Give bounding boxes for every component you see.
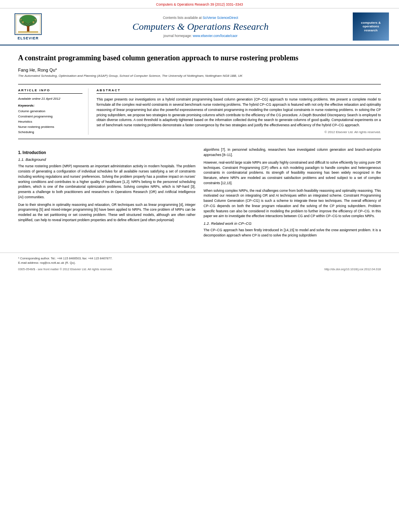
elsevier-logo-area: ELSEVIER bbox=[8, 13, 48, 40]
svg-point-10 bbox=[22, 21, 24, 23]
abstract-panel: ABSTRACT This paper presents our investi… bbox=[97, 88, 381, 135]
affiliation: The Automated Scheduling, Optimisation a… bbox=[18, 74, 381, 78]
body-para-right-2: However, real-world large scale NRPs are… bbox=[204, 160, 381, 186]
svg-point-13 bbox=[35, 19, 36, 20]
authors-line: Fang He, Rong Qu* bbox=[18, 68, 381, 72]
article-content: A constraint programming based column ge… bbox=[0, 45, 399, 249]
keyword-5: Scheduling bbox=[18, 130, 82, 135]
thumbnail-title-line1: computers & bbox=[361, 21, 381, 25]
keyword-4: Nurse rostering problems bbox=[18, 125, 82, 130]
available-online: Available online 21 April 2012 bbox=[18, 97, 82, 101]
body-right-column: algorithms [7]. In personnel scheduling,… bbox=[204, 147, 381, 240]
thumbnail-title-line3: research bbox=[364, 29, 377, 33]
article-info-panel: ARTICLE INFO Available online 21 April 2… bbox=[18, 88, 88, 135]
svg-point-11 bbox=[33, 21, 34, 23]
footer-right: http://dx.doi.org/10.1016/j.cor.2012.04.… bbox=[324, 267, 381, 271]
article-info-title: ARTICLE INFO bbox=[18, 88, 82, 94]
keywords-list: Column generation Constraint programming… bbox=[18, 109, 82, 135]
article-title: A constraint programming based column ge… bbox=[18, 53, 381, 63]
elsevier-wordmark: ELSEVIER bbox=[18, 36, 39, 40]
keywords-label: Keywords: bbox=[18, 104, 82, 107]
copyright-line: © 2012 Elsevier Ltd. All rights reserved… bbox=[97, 130, 381, 134]
footnote-1: * Corresponding author. Tel.: +44 115 84… bbox=[18, 256, 381, 261]
footer: * Corresponding author. Tel.: +44 115 84… bbox=[0, 253, 399, 273]
keyword-3: Heuristics bbox=[18, 119, 82, 125]
keyword-2: Constraint programming bbox=[18, 114, 82, 119]
journal-citation-bar: Computers & Operations Research 39 (2012… bbox=[0, 0, 399, 8]
body-para-2: Due to their strengths in optimality rea… bbox=[18, 202, 195, 223]
journal-header-center: Contents lists available at SciVerse Sci… bbox=[52, 16, 349, 38]
journal-citation-text: Computers & Operations Research 39 (2012… bbox=[156, 2, 243, 6]
footer-left: 0305-0548/$ - see front matter © 2012 El… bbox=[18, 267, 113, 271]
elsevier-tree-icon bbox=[14, 13, 42, 35]
abstract-text: This paper presents our investigations o… bbox=[97, 97, 381, 128]
body-left-column: 1. Introduction 1.1. Background The nurs… bbox=[18, 147, 195, 240]
sciverse-link-line: Contents lists available at SciVerse Sci… bbox=[52, 16, 349, 20]
journal-homepage-line: journal homepage: www.elsevier.com/locat… bbox=[52, 34, 349, 38]
journal-header: ELSEVIER Contents lists available at Sci… bbox=[0, 8, 399, 45]
section-1-2-heading: 1.2. Related work in CP–CG bbox=[204, 221, 381, 226]
body-para-right-3: When solving complex NRPs, the real chal… bbox=[204, 188, 381, 219]
svg-point-12 bbox=[21, 19, 22, 20]
sciverse-link[interactable]: SciVerse ScienceDirect bbox=[203, 16, 238, 20]
article-meta-section: ARTICLE INFO Available online 21 April 2… bbox=[18, 84, 381, 139]
abstract-title: ABSTRACT bbox=[97, 88, 381, 94]
section-1-1-heading: 1.1. Background bbox=[18, 157, 195, 162]
keyword-1: Column generation bbox=[18, 109, 82, 114]
journal-cover-thumbnail: computers & operations research bbox=[353, 12, 389, 41]
journal-cover-thumbnail-area: computers & operations research bbox=[353, 12, 391, 41]
journal-homepage-link[interactable]: www.elsevier.com/locate/caor bbox=[193, 34, 238, 38]
body-para-1: The nurse rostering problem (NRP) repres… bbox=[18, 164, 195, 199]
svg-point-7 bbox=[22, 15, 35, 23]
body-columns: 1. Introduction 1.1. Background The nurs… bbox=[18, 147, 381, 240]
section-1-heading: 1. Introduction bbox=[18, 150, 195, 155]
journal-title: Computers & Operations Research bbox=[52, 21, 349, 32]
thumbnail-title-line2: operations bbox=[363, 25, 379, 29]
body-para-right-1: algorithms [7]. In personnel scheduling,… bbox=[204, 147, 381, 158]
author-names: Fang He, Rong Qu* bbox=[18, 68, 57, 72]
elsevier-logo: ELSEVIER bbox=[8, 13, 48, 40]
body-para-right-4: The CP–CG approach has been firstly intr… bbox=[204, 228, 381, 238]
svg-rect-0 bbox=[18, 31, 38, 33]
footnote-2: E-mail address: rxq@cs.nott.ac.uk (R. Qu… bbox=[18, 261, 381, 265]
footer-bottom: 0305-0548/$ - see front matter © 2012 El… bbox=[18, 267, 381, 271]
